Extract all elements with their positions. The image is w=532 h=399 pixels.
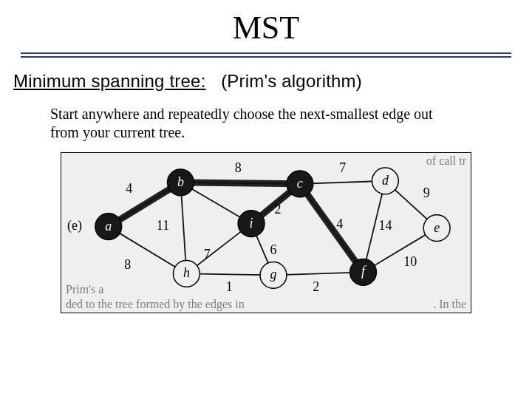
edge-weight: 9 (423, 185, 430, 200)
edge-weight: 8 (124, 257, 131, 272)
graph-node-label: e (434, 220, 440, 235)
edge-weight: 1 (226, 279, 233, 294)
edge-weight: 8 (235, 160, 242, 175)
edge-weight: 11 (157, 218, 169, 233)
subtitle-algo: (Prim's algorithm) (221, 71, 362, 91)
edge-weight: 4 (336, 216, 343, 231)
subtitle-mst: Minimum spanning tree: (13, 71, 206, 91)
edge-weight: 7 (339, 160, 346, 175)
edge-weight: 14 (378, 218, 392, 233)
edge-weight: 6 (270, 243, 276, 258)
edge-weight: 7 (204, 247, 211, 262)
subtitle: Minimum spanning tree: (Prim's algorithm… (13, 71, 532, 92)
graph-node-label: g (270, 267, 276, 282)
panel-label: (e) (67, 218, 82, 233)
edge-weight: 2 (274, 202, 281, 216)
graph-svg: 48791014428117162abcdefghi (61, 153, 471, 312)
page-title: MST (0, 9, 532, 47)
graph-node-label: d (382, 173, 389, 188)
graph-node-label: i (250, 216, 253, 231)
edge-weight: 2 (313, 279, 319, 294)
graph-node-label: a (105, 219, 112, 233)
graph-figure: of call tr Prim's a ded to the tree form… (61, 152, 471, 313)
title-divider (21, 52, 511, 58)
body-text: Start anywhere and repeatedly choose the… (50, 105, 464, 142)
edge-weight: 10 (403, 254, 417, 269)
edge-weight: 4 (126, 181, 132, 196)
edge (300, 184, 364, 273)
graph-node-label: b (177, 174, 184, 189)
graph-node-label: c (297, 176, 303, 191)
graph-node-label: h (183, 265, 190, 280)
